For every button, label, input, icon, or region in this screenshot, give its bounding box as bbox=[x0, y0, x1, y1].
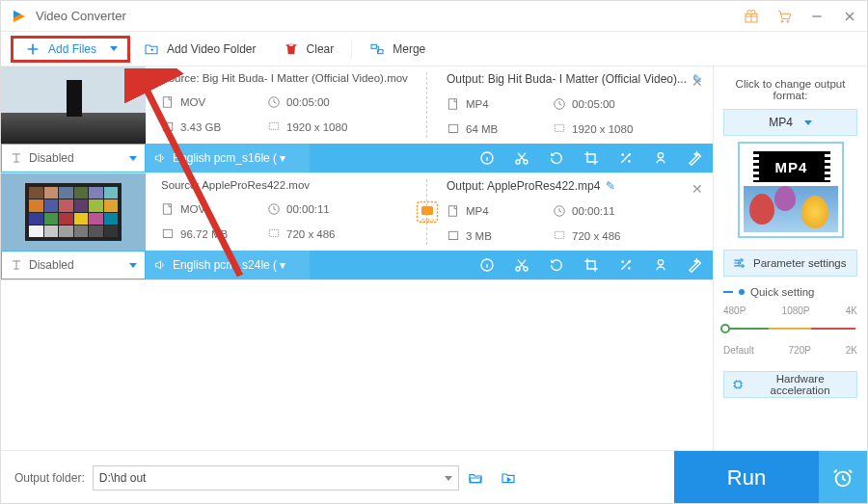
parameter-settings-button[interactable]: Parameter settings bbox=[723, 250, 857, 277]
quality-slider[interactable] bbox=[725, 316, 855, 341]
source-label: Source: Big Hit Buda- I Matter (Official… bbox=[161, 72, 418, 84]
svg-rect-11 bbox=[269, 122, 278, 129]
svg-rect-26 bbox=[269, 229, 278, 236]
subtitle-select[interactable]: Disabled bbox=[1, 251, 146, 279]
trash-icon bbox=[284, 41, 299, 57]
plus-icon bbox=[25, 41, 41, 57]
format-icon bbox=[447, 204, 460, 218]
list-item: Source: Big Hit Buda- I Matter (Official… bbox=[1, 66, 713, 173]
app-logo-icon bbox=[11, 8, 28, 25]
add-files-button[interactable]: Add Files bbox=[11, 36, 130, 63]
audio-select[interactable]: English pcm_s24le ( ▾ bbox=[146, 251, 310, 279]
clock-icon bbox=[267, 95, 281, 109]
svg-point-21 bbox=[629, 154, 630, 155]
watermark-button[interactable] bbox=[643, 144, 678, 172]
sliders-icon bbox=[732, 256, 746, 270]
speaker-icon bbox=[153, 258, 167, 272]
minimize-icon[interactable] bbox=[809, 9, 825, 24]
film-strip-icon: MP4 bbox=[753, 151, 830, 182]
chip-icon bbox=[732, 378, 744, 391]
side-panel: Click to change output format: MP4 MP4 P… bbox=[713, 66, 867, 450]
effects-button[interactable] bbox=[609, 144, 643, 172]
slider-thumb-icon[interactable] bbox=[720, 324, 730, 333]
rotate-button[interactable] bbox=[539, 251, 574, 279]
add-folder-label: Add Video Folder bbox=[167, 42, 257, 56]
merge-icon bbox=[369, 41, 385, 57]
remove-item-icon[interactable]: ✕ bbox=[692, 74, 703, 90]
watermark-button[interactable] bbox=[643, 251, 678, 279]
output-format-button[interactable]: MP4 bbox=[723, 109, 857, 136]
titlebar: Video Converter bbox=[1, 1, 867, 32]
dimensions-icon bbox=[553, 122, 566, 136]
svg-point-2 bbox=[787, 20, 789, 22]
info-button[interactable] bbox=[470, 144, 504, 172]
svg-point-43 bbox=[742, 265, 744, 267]
svg-point-1 bbox=[781, 20, 783, 22]
svg-point-20 bbox=[629, 161, 630, 162]
open-folder-button[interactable] bbox=[459, 465, 492, 491]
output-folder-input[interactable]: D:\hd out bbox=[93, 465, 459, 491]
clock-icon bbox=[553, 97, 566, 111]
output-label: Output: Big Hit Buda- I Matter (Official… bbox=[447, 72, 703, 86]
enhance-button[interactable] bbox=[678, 144, 713, 172]
svg-rect-14 bbox=[448, 124, 457, 132]
svg-rect-33 bbox=[555, 231, 563, 238]
gift-icon[interactable] bbox=[744, 9, 759, 24]
format-icon bbox=[161, 202, 175, 216]
output-folder-label: Output folder: bbox=[14, 471, 85, 485]
svg-rect-12 bbox=[448, 99, 456, 110]
run-button[interactable]: Run bbox=[674, 451, 819, 505]
format-thumbnail[interactable]: MP4 bbox=[738, 142, 844, 238]
close-icon[interactable] bbox=[842, 9, 857, 24]
toolbar: Add Files Add Video Folder Clear Merge bbox=[1, 32, 867, 66]
cut-button[interactable] bbox=[504, 144, 539, 172]
svg-point-42 bbox=[738, 262, 740, 264]
dimensions-icon bbox=[267, 120, 281, 134]
subtitle-select[interactable]: Disabled bbox=[1, 144, 146, 172]
footer: Output folder: D:\hd out Run bbox=[1, 450, 867, 504]
svg-point-22 bbox=[658, 153, 663, 158]
list-item: Source: AppleProRes422.mov MOV 00:00:11 … bbox=[1, 173, 713, 280]
rotate-button[interactable] bbox=[539, 144, 574, 172]
size-icon bbox=[447, 229, 460, 243]
cart-icon[interactable] bbox=[776, 9, 792, 24]
info-button[interactable] bbox=[470, 251, 504, 279]
svg-text:GPU: GPU bbox=[420, 218, 433, 224]
size-icon bbox=[161, 227, 175, 241]
schedule-button[interactable] bbox=[819, 451, 867, 505]
crop-button[interactable] bbox=[574, 144, 609, 172]
svg-point-37 bbox=[622, 261, 623, 262]
quality-ticks-top: 480P1080P4K bbox=[723, 305, 857, 316]
svg-rect-32 bbox=[448, 231, 457, 239]
crop-button[interactable] bbox=[574, 251, 609, 279]
format-icon bbox=[447, 97, 460, 111]
chevron-down-icon bbox=[804, 120, 812, 125]
clear-button[interactable]: Clear bbox=[270, 32, 348, 66]
audio-select[interactable]: English pcm_s16le ( ▾ bbox=[146, 144, 310, 172]
cut-button[interactable] bbox=[504, 251, 539, 279]
add-video-folder-button[interactable]: Add Video Folder bbox=[130, 32, 270, 66]
merge-button[interactable]: Merge bbox=[356, 32, 439, 66]
subtitle-icon bbox=[10, 258, 23, 272]
quality-ticks-bottom: Default720P2K bbox=[723, 345, 857, 356]
hardware-acceleration-button[interactable]: Hardware acceleration bbox=[723, 371, 857, 398]
effects-button[interactable] bbox=[609, 251, 643, 279]
edit-pencil-icon[interactable]: ✎ bbox=[606, 179, 615, 193]
dimensions-icon bbox=[267, 227, 281, 241]
svg-rect-10 bbox=[163, 122, 172, 130]
size-icon bbox=[161, 120, 175, 134]
svg-point-40 bbox=[658, 260, 663, 265]
svg-rect-8 bbox=[163, 97, 171, 108]
video-thumbnail[interactable] bbox=[1, 66, 146, 144]
remove-item-icon[interactable]: ✕ bbox=[692, 181, 703, 197]
dimensions-icon bbox=[553, 229, 566, 243]
svg-rect-28 bbox=[421, 206, 433, 215]
output-info: Output: Big Hit Buda- I Matter (Official… bbox=[427, 66, 713, 144]
browse-button[interactable] bbox=[492, 465, 525, 491]
item-action-bar: Disabled English pcm_s16le ( ▾ bbox=[1, 144, 713, 172]
clock-icon bbox=[267, 202, 281, 216]
subtitle-icon bbox=[10, 151, 23, 165]
video-thumbnail[interactable] bbox=[1, 173, 146, 251]
enhance-button[interactable] bbox=[678, 251, 713, 279]
chevron-down-icon bbox=[110, 46, 118, 51]
